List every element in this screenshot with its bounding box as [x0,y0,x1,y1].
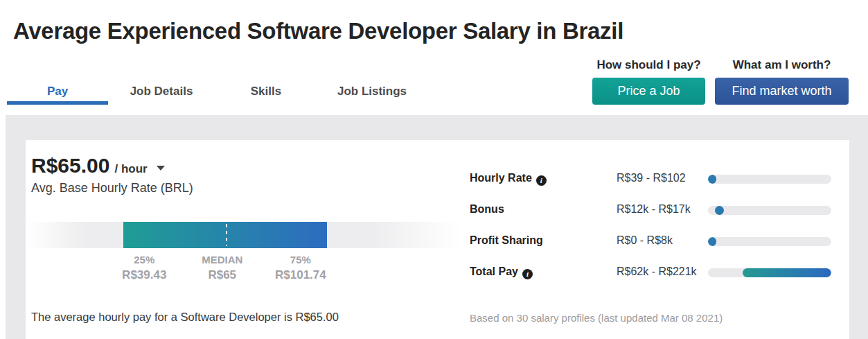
total-pay-bar [708,268,831,277]
total-pay-range: R$62k - R$221k [617,266,697,278]
tab-job-listings[interactable]: Job Listings [331,85,413,105]
hourly-rate-bar-fill [708,175,716,184]
salary-summary-text: The average hourly pay for a Software De… [31,311,339,324]
profit-sharing-bar-fill [708,237,716,246]
percentile-median-value: R$65 [202,268,242,282]
what-am-i-worth-label: What am I worth? [715,58,849,72]
total-pay-label: Total Payi [470,266,533,279]
total-pay-bar-fill [743,268,831,277]
profit-sharing-label: Profit Sharingi [470,234,543,247]
tab-skills[interactable]: Skills [244,85,288,105]
hourly-rate-range: R$39 - R$102 [617,172,686,184]
avg-hourly-rate-value: R$65.00 [31,154,109,177]
page: Average Experienced Software Developer S… [0,0,868,339]
how-should-i-pay-label: How should I pay? [592,58,705,72]
profit-sharing-bar [708,237,831,246]
tab-pay[interactable]: Pay [7,85,108,105]
percentile-75-label: 75% [275,254,326,266]
profit-sharing-range: R$0 - R$8k [617,234,673,247]
pay-row-bonus: Bonusi R$12k - R$17k [470,200,837,221]
pay-row-hourly-rate: Hourly Ratei R$39 - R$102 [470,169,837,190]
bonus-label: Bonusi [470,203,504,216]
salary-card: R$65.00 / hour Avg. Base Hourly Rate (BR… [26,140,849,339]
avg-rate-row: R$65.00 / hour [31,154,165,177]
info-icon[interactable]: i [536,175,547,186]
bonus-bar-fill [715,206,724,215]
salary-range-bar [26,222,459,248]
percentile-25: 25% R$39.43 [122,254,166,282]
bonus-bar [708,206,831,215]
find-market-worth-button[interactable]: Find market worth [715,78,849,105]
rate-unit-label: / hour [114,162,147,176]
tab-job-details[interactable]: Job Details [125,85,198,105]
percentile-median-label: MEDIAN [202,254,242,266]
pay-row-profit-sharing: Profit Sharingi R$0 - R$8k [470,232,837,252]
percentile-25-label: 25% [122,254,166,266]
median-marker [226,224,227,246]
chevron-down-icon[interactable] [157,166,165,171]
percentile-labels: 25% R$39.43 MEDIAN R$65 75% R$101.74 [26,254,459,287]
avg-rate-subtitle: Avg. Base Hourly Rate (BRL) [31,181,193,195]
percentile-median: MEDIAN R$65 [202,254,242,282]
percentile-75-value: R$101.74 [275,268,326,282]
bonus-range: R$12k - R$17k [617,203,691,216]
percentile-75: 75% R$101.74 [275,254,326,282]
info-icon[interactable]: i [522,269,533,279]
profiles-footnote: Based on 30 salary profiles (last update… [470,312,723,324]
hourly-rate-label: Hourly Ratei [470,172,547,186]
content-background: R$65.00 / hour Avg. Base Hourly Rate (BR… [6,115,868,339]
pay-row-total-pay: Total Payi R$62k - R$221k [470,263,837,284]
hourly-rate-bar [708,175,831,184]
percentile-25-value: R$39.43 [122,268,166,282]
price-a-job-button[interactable]: Price a Job [592,78,705,105]
page-title: Average Experienced Software Developer S… [13,18,623,44]
